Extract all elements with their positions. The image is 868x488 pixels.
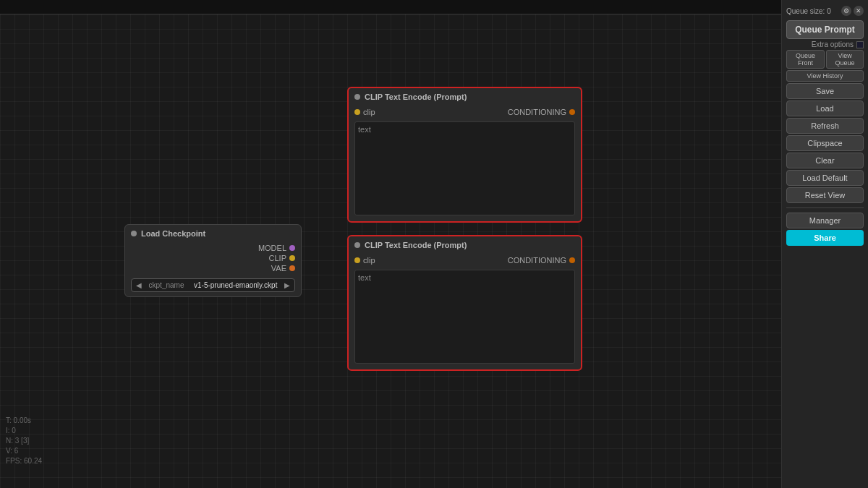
checkpoint-param[interactable]: ◀ ckpt_name v1-5-pruned-emaonly.ckpt ▶ bbox=[131, 278, 295, 292]
vae-output-label: VAE bbox=[271, 264, 286, 273]
clip-node-1-input-label: clip bbox=[363, 108, 375, 116]
load-checkpoint-header: Load Checkpoint bbox=[125, 225, 301, 242]
clip-node-1-output-label: CONDITIONING bbox=[508, 108, 566, 116]
right-panel: Queue size: 0 ⚙ ✕ Queue Prompt Extra opt… bbox=[781, 0, 868, 488]
extra-options-row: Extra options bbox=[786, 40, 864, 48]
queue-front-button[interactable]: Queue Front bbox=[786, 50, 825, 69]
clip-node-1-input: clip bbox=[354, 108, 375, 116]
conditioning-dot-1 bbox=[569, 109, 575, 115]
clip-node-2-input-label: clip bbox=[363, 256, 375, 265]
model-output-label: MODEL bbox=[258, 244, 286, 252]
small-btn-row: Queue Front View Queue bbox=[786, 50, 864, 69]
settings-icon[interactable]: ⚙ bbox=[841, 6, 851, 16]
clip-node-2-input: clip bbox=[354, 256, 375, 265]
status-fps: FPS: 60.24 bbox=[6, 456, 42, 466]
manager-button[interactable]: Manager bbox=[786, 213, 864, 228]
status-bar: T: 0.00s I: 0 N: 3 [3] V: 6 FPS: 60.24 bbox=[6, 416, 42, 466]
share-button[interactable]: Share bbox=[786, 230, 864, 246]
status-time: T: 0.00s bbox=[6, 416, 42, 426]
load-checkpoint-node: Load Checkpoint MODEL CLIP VAE ◀ ckpt_na… bbox=[124, 224, 302, 297]
clip-text-encode-node-2: CLIP Text Encode (Prompt) clip CONDITION… bbox=[347, 235, 582, 371]
clip-node-2-output: CONDITIONING bbox=[508, 256, 575, 265]
status-i: I: 0 bbox=[6, 426, 42, 436]
vae-output-row: VAE bbox=[271, 264, 295, 273]
extra-options-label: Extra options bbox=[812, 40, 854, 48]
clip-text-placeholder-1: text bbox=[358, 125, 371, 134]
clip-node-2-header: CLIP Text Encode (Prompt) bbox=[349, 236, 581, 254]
clip-node-1-title: CLIP Text Encode (Prompt) bbox=[365, 93, 467, 101]
vae-connector bbox=[289, 265, 295, 271]
model-connector bbox=[289, 245, 295, 251]
clip-text-placeholder-2: text bbox=[358, 273, 371, 282]
clip-text-area-1[interactable]: text bbox=[354, 121, 575, 215]
clip-node-2-status-dot bbox=[354, 242, 360, 248]
param-value: v1-5-pruned-emaonly.ckpt bbox=[194, 281, 277, 289]
clip-node-1-status-dot bbox=[354, 94, 360, 100]
node-status-dot bbox=[131, 231, 137, 236]
param-right-arrow[interactable]: ▶ bbox=[284, 281, 290, 289]
conditioning-dot-2 bbox=[569, 257, 575, 263]
load-default-button[interactable]: Load Default bbox=[786, 170, 864, 186]
panel-icons: ⚙ ✕ bbox=[841, 6, 864, 16]
clip-node-2-io: clip CONDITIONING bbox=[349, 254, 581, 267]
status-v: V: 6 bbox=[6, 446, 42, 456]
clip-input-dot-2 bbox=[354, 257, 360, 263]
queue-prompt-button[interactable]: Queue Prompt bbox=[786, 20, 864, 39]
view-queue-button[interactable]: View Queue bbox=[826, 50, 864, 69]
param-label: ckpt_name bbox=[149, 281, 184, 289]
clip-connector bbox=[289, 255, 295, 261]
status-n: N: 3 [3] bbox=[6, 436, 42, 446]
model-output-row: MODEL bbox=[258, 244, 295, 252]
top-bar bbox=[0, 0, 868, 14]
clip-text-area-2[interactable]: text bbox=[354, 270, 575, 364]
queue-size-label: Queue size: 0 bbox=[786, 7, 831, 15]
load-checkpoint-title: Load Checkpoint bbox=[141, 229, 205, 238]
panel-top-row: Queue size: 0 ⚙ ✕ bbox=[786, 6, 864, 16]
clip-node-1-io: clip CONDITIONING bbox=[349, 106, 581, 119]
save-button[interactable]: Save bbox=[786, 83, 864, 99]
close-icon[interactable]: ✕ bbox=[854, 6, 864, 16]
clip-text-encode-node-1: CLIP Text Encode (Prompt) clip CONDITION… bbox=[347, 87, 582, 223]
reset-view-button[interactable]: Reset View bbox=[786, 187, 864, 203]
clip-node-1-output: CONDITIONING bbox=[508, 108, 575, 116]
extra-options-checkbox[interactable] bbox=[856, 41, 864, 48]
param-left-arrow[interactable]: ◀ bbox=[136, 281, 142, 289]
clip-node-2-title: CLIP Text Encode (Prompt) bbox=[365, 241, 467, 249]
clip-node-1-header: CLIP Text Encode (Prompt) bbox=[349, 88, 581, 106]
refresh-button[interactable]: Refresh bbox=[786, 118, 864, 134]
clip-input-dot-1 bbox=[354, 109, 360, 115]
clipspace-button[interactable]: Clipspace bbox=[786, 135, 864, 151]
load-button[interactable]: Load bbox=[786, 100, 864, 116]
clip-output-label: CLIP bbox=[269, 254, 286, 262]
clip-output-row: CLIP bbox=[269, 254, 295, 262]
node-outputs: MODEL CLIP VAE bbox=[125, 242, 301, 274]
view-history-button[interactable]: View History bbox=[786, 70, 864, 82]
clear-button[interactable]: Clear bbox=[786, 153, 864, 168]
clip-node-2-output-label: CONDITIONING bbox=[508, 256, 566, 265]
panel-divider bbox=[786, 207, 864, 208]
